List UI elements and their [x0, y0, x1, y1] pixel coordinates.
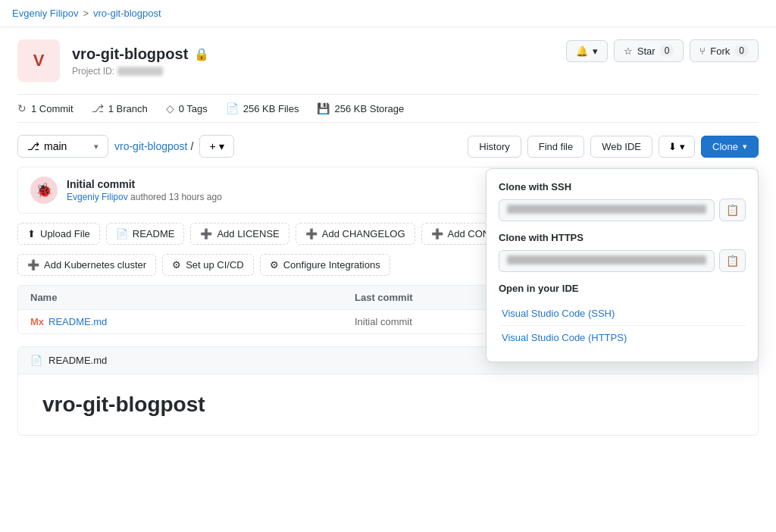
commits-label: 1 Commit — [31, 103, 74, 114]
breadcrumb: Evgeniy Filipov > vro-git-blogpost — [0, 0, 776, 27]
upload-icon: ⬆ — [27, 228, 36, 239]
add-changelog-button[interactable]: ➕ Add CHANGELOG — [296, 223, 415, 245]
commit-time: 13 hours ago — [169, 192, 222, 202]
tag-icon: ◇ — [166, 102, 174, 114]
upload-file-button[interactable]: ⬆ Upload File — [17, 223, 100, 245]
add-file-button[interactable]: + ▾ — [199, 135, 233, 158]
readme-label: README — [133, 228, 175, 239]
tags-label: 0 Tags — [179, 103, 208, 114]
add-changelog-label: Add CHANGELOG — [322, 228, 405, 239]
ssh-input-row: 📋 — [499, 199, 746, 221]
plus-icon: ➕ — [431, 228, 443, 239]
readme-icon: 📄 — [116, 228, 128, 239]
cicd-label: Set up CI/CD — [186, 259, 244, 271]
project-header: V vro-git-blogpost 🔒 Project ID: 🔔 ▾ ☆ S… — [17, 39, 759, 82]
ssh-url-input[interactable] — [499, 199, 715, 221]
stat-branches[interactable]: ⎇ 1 Branch — [92, 102, 148, 114]
plus-icon: ➕ — [27, 259, 39, 271]
chevron-down-icon: ▾ — [680, 141, 685, 152]
branch-dropdown[interactable]: ⎇ main ▾ — [17, 135, 108, 158]
breadcrumb-repo[interactable]: vro-git-blogpost — [93, 8, 161, 19]
clone-label: Clone — [712, 141, 738, 152]
plus-icon: ➕ — [200, 228, 212, 239]
project-actions: 🔔 ▾ ☆ Star 0 ⑂ Fork 0 — [566, 39, 759, 62]
fork-count: 0 — [734, 45, 749, 57]
add-kubernetes-button[interactable]: ➕ Add Kubernetes cluster — [17, 254, 156, 276]
ide-option-https[interactable]: Visual Studio Code (HTTPS) — [499, 326, 746, 349]
readme-filename: README.md — [48, 355, 107, 366]
avatar: V — [17, 39, 60, 82]
commit-icon: ↻ — [17, 102, 27, 114]
stat-files: 📄 256 KB Files — [226, 102, 299, 114]
branches-label: 1 Branch — [108, 103, 148, 114]
https-title: Clone with HTTPS — [499, 232, 746, 243]
kubernetes-label: Add Kubernetes cluster — [44, 259, 146, 271]
plus-icon: ➕ — [305, 228, 318, 239]
readme-file-icon: 📄 — [30, 355, 42, 366]
add-license-button[interactable]: ➕ Add LICENSE — [190, 223, 289, 245]
https-url-input[interactable] — [499, 250, 715, 272]
clone-button[interactable]: Clone ▾ — [701, 136, 759, 158]
copy-https-button[interactable]: 📋 — [719, 249, 746, 272]
integrations-label: Configure Integrations — [283, 259, 380, 271]
add-license-label: Add LICENSE — [217, 228, 279, 239]
toolbar-left: ⎇ main ▾ vro-git-blogpost / + ▾ — [17, 135, 234, 158]
path-nav: vro-git-blogpost / — [114, 140, 193, 152]
copy-ssh-button[interactable]: 📋 — [719, 199, 746, 221]
fork-button[interactable]: ⑂ Fork 0 — [690, 39, 759, 62]
breadcrumb-separator: > — [83, 8, 89, 19]
download-button[interactable]: ⬇ ▾ — [659, 136, 695, 158]
plus-icon: + — [209, 140, 215, 152]
fork-icon: ⑂ — [699, 45, 706, 57]
open-ide-title: Open in your IDE — [499, 283, 746, 294]
ssh-title: Clone with SSH — [499, 181, 746, 192]
markdown-icon: Mx — [30, 316, 44, 327]
readme-button[interactable]: 📄 README — [106, 223, 185, 245]
ci-icon: ⚙ — [172, 259, 181, 271]
clone-dropdown: Clone with SSH 📋 Clone with HTTPS 📋 Open… — [486, 168, 759, 362]
readme-link[interactable]: README.md — [48, 316, 107, 327]
col-name: Name — [18, 286, 343, 309]
fork-label: Fork — [710, 45, 730, 57]
files-icon: 📄 — [226, 102, 239, 114]
integrations-icon: ⚙ — [270, 259, 279, 271]
star-button[interactable]: ☆ Star 0 — [614, 39, 684, 62]
readme-body: vro-git-blogpost — [18, 374, 758, 435]
avatar: 🐞 — [30, 177, 58, 204]
stat-commits[interactable]: ↻ 1 Commit — [17, 102, 74, 114]
chevron-down-icon: ▾ — [219, 140, 224, 152]
stat-storage: 💾 256 KB Storage — [317, 102, 404, 114]
upload-label: Upload File — [40, 228, 90, 239]
project-id: Project ID: — [72, 66, 209, 77]
path-repo-link[interactable]: vro-git-blogpost — [114, 140, 188, 152]
bug-icon: 🐞 — [36, 182, 52, 199]
files-label: 256 KB Files — [243, 103, 299, 114]
star-label: Star — [637, 45, 656, 57]
storage-label: 256 KB Storage — [334, 103, 404, 114]
branch-icon: ⎇ — [92, 102, 104, 114]
file-name-col: Mx README.md — [18, 310, 343, 333]
commit-author[interactable]: Evgeniy Filipov — [67, 192, 128, 202]
find-file-button[interactable]: Find file — [527, 136, 585, 158]
chevron-down-icon: ▾ — [593, 45, 598, 57]
ide-option-ssh[interactable]: Visual Studio Code (SSH) — [499, 302, 746, 326]
stat-tags[interactable]: ◇ 0 Tags — [166, 102, 208, 114]
chevron-down-icon: ▾ — [94, 142, 99, 152]
readme-heading: vro-git-blogpost — [42, 393, 734, 417]
configure-integrations-button[interactable]: ⚙ Configure Integrations — [260, 254, 390, 276]
project-id-value — [117, 67, 163, 76]
commit-action: authored — [130, 192, 169, 202]
project-name: vro-git-blogpost 🔒 — [72, 45, 209, 63]
toolbar-right: History Find file Web IDE ⬇ ▾ Clone ▾ — [468, 136, 759, 158]
download-icon: ⬇ — [668, 141, 677, 152]
setup-cicd-button[interactable]: ⚙ Set up CI/CD — [162, 254, 254, 276]
notifications-button[interactable]: 🔔 ▾ — [566, 40, 608, 62]
lock-icon: 🔒 — [194, 47, 209, 61]
path-separator: / — [191, 140, 194, 152]
breadcrumb-user[interactable]: Evgeniy Filipov — [12, 8, 78, 19]
web-ide-button[interactable]: Web IDE — [590, 136, 652, 158]
star-count: 0 — [660, 45, 674, 57]
https-input-row: 📋 — [499, 249, 746, 272]
bell-icon: 🔔 — [576, 45, 588, 57]
history-button[interactable]: History — [468, 136, 521, 158]
